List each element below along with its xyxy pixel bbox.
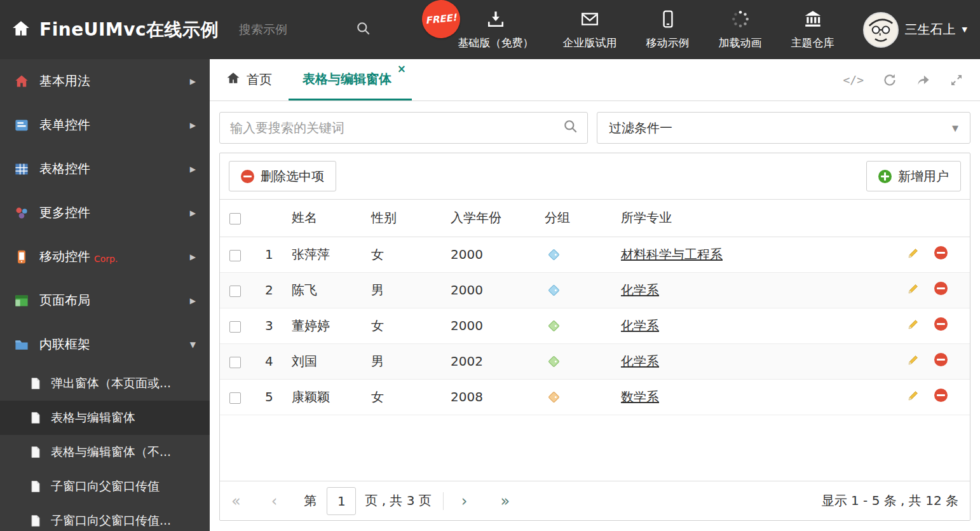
- nav-theme-repo[interactable]: 主题仓库: [777, 10, 849, 50]
- edit-icon[interactable]: [907, 247, 920, 263]
- file-icon: [29, 514, 42, 527]
- nav-mobile-demo[interactable]: 移动示例: [632, 10, 704, 50]
- source-code-icon[interactable]: [843, 73, 864, 86]
- row-checkbox[interactable]: [229, 250, 241, 261]
- sidebar-item-basic-usage[interactable]: 基本用法: [0, 59, 210, 103]
- form-icon: [14, 118, 29, 133]
- prev-page-icon[interactable]: [271, 493, 278, 509]
- pagination-divider: [443, 492, 444, 510]
- mail-icon: [580, 10, 599, 31]
- last-page-icon[interactable]: [500, 493, 510, 509]
- next-page-icon[interactable]: [461, 493, 468, 509]
- keyword-search-input[interactable]: [229, 120, 563, 136]
- sidebar-item-label: 内联框架: [39, 336, 90, 353]
- cell-year: 2000: [441, 308, 535, 343]
- nav-enterprise-trial[interactable]: 企业版试用: [548, 10, 632, 50]
- sidebar-subitem-popup-window[interactable]: 弹出窗体（本页面或...: [0, 366, 210, 401]
- fullscreen-icon[interactable]: [949, 73, 963, 87]
- header-search-input[interactable]: [238, 22, 333, 38]
- filter-dropdown[interactable]: 过滤条件一: [597, 112, 970, 144]
- edit-icon[interactable]: [907, 354, 920, 369]
- sidebar-subitem-child-to-parent[interactable]: 子窗口向父窗口传值: [0, 469, 210, 504]
- chevron-right-icon: [190, 77, 196, 86]
- sidebar-item-page-layout[interactable]: 页面布局: [0, 279, 210, 322]
- edit-icon[interactable]: [907, 390, 920, 405]
- delete-row-icon[interactable]: [934, 282, 948, 295]
- page-number-input[interactable]: [327, 487, 356, 515]
- tab-home[interactable]: 首页: [210, 59, 289, 100]
- col-header-group: 分组: [535, 200, 611, 237]
- refresh-icon[interactable]: [883, 73, 897, 87]
- home-icon: [11, 19, 31, 41]
- edit-icon[interactable]: [907, 319, 920, 334]
- table-row[interactable]: 5 康颖颖 女 2008 数学系: [220, 379, 970, 415]
- tag-icon: [548, 284, 559, 296]
- major-link[interactable]: 化学系: [621, 354, 659, 369]
- cell-name: 刘国: [282, 343, 362, 379]
- page-content: 过滤条件一 删除选中项 新增用户: [210, 101, 980, 531]
- sidebar-subitem-label: 表格与编辑窗体: [51, 410, 135, 426]
- tag-icon: [548, 391, 559, 403]
- col-header-major: 所学专业: [611, 200, 897, 237]
- sidebar-item-label: 移动控件: [39, 248, 90, 265]
- delete-row-icon[interactable]: [934, 389, 948, 402]
- chevron-down-icon: [962, 25, 967, 34]
- sidebar-subitem-table-edit-window[interactable]: 表格与编辑窗体: [0, 401, 210, 435]
- row-checkbox[interactable]: [229, 392, 241, 404]
- sidebar-subitem-label: 子窗口向父窗口传值: [51, 478, 160, 495]
- spinner-icon: [731, 10, 750, 31]
- major-link[interactable]: 数学系: [621, 389, 659, 404]
- major-link[interactable]: 材料科学与工程系: [621, 247, 723, 262]
- nav-loading-animation[interactable]: 加载动画: [704, 10, 777, 50]
- tab-tools: [843, 59, 980, 100]
- sidebar-subitem-child-to-parent-2[interactable]: 子窗口向父窗口传值...: [0, 504, 210, 531]
- sidebar-item-inline-frame[interactable]: 内联框架: [0, 322, 210, 366]
- delete-selected-button[interactable]: 删除选中项: [229, 161, 336, 191]
- first-page-icon[interactable]: [231, 493, 241, 509]
- table-row[interactable]: 1 张萍萍 女 2000 材料科学与工程系: [220, 237, 970, 272]
- folder-icon: [14, 337, 29, 352]
- sidebar-subitem-table-edit-window-2[interactable]: 表格与编辑窗体（不...: [0, 435, 210, 469]
- chevron-right-icon: [190, 165, 196, 174]
- delete-row-icon[interactable]: [934, 246, 948, 259]
- tab-table-edit-window[interactable]: 表格与编辑窗体: [289, 59, 412, 100]
- delete-row-icon[interactable]: [934, 317, 948, 331]
- sidebar-item-mobile-controls[interactable]: 移动控件 Corp.: [0, 235, 210, 279]
- add-user-button[interactable]: 新增用户: [866, 161, 961, 191]
- sidebar-item-more-controls[interactable]: 更多控件: [0, 191, 210, 235]
- edit-icon[interactable]: [907, 283, 920, 298]
- select-all-checkbox[interactable]: [229, 213, 241, 224]
- tag-icon: [548, 320, 559, 331]
- row-checkbox[interactable]: [229, 321, 241, 333]
- table-row[interactable]: 4 刘国 男 2002 化学系: [220, 343, 970, 379]
- col-header-gender: 性别: [362, 200, 441, 237]
- row-number: 1: [255, 237, 282, 272]
- nav-basic-free[interactable]: FREE! 基础版（免费）: [444, 10, 548, 50]
- filter-dropdown-value: 过滤条件一: [609, 120, 672, 137]
- sidebar-item-label: 页面布局: [39, 292, 90, 309]
- brand[interactable]: FineUIMvc在线示例: [11, 18, 219, 42]
- cell-gender: 男: [362, 343, 441, 379]
- row-checkbox[interactable]: [229, 357, 241, 368]
- filter-row: 过滤条件一: [219, 112, 970, 144]
- sidebar-item-table-controls[interactable]: 表格控件: [0, 147, 210, 191]
- cell-name: 张萍萍: [282, 237, 362, 272]
- tab-bar: 首页 表格与编辑窗体: [210, 59, 980, 101]
- sidebar: 基本用法 表单控件 表格控件 更多控件: [0, 59, 210, 531]
- row-checkbox[interactable]: [229, 286, 241, 297]
- major-link[interactable]: 化学系: [621, 318, 659, 333]
- search-icon[interactable]: [356, 21, 371, 39]
- widgets-icon: [14, 205, 29, 221]
- major-link[interactable]: 化学系: [621, 282, 659, 298]
- share-icon[interactable]: [916, 73, 930, 86]
- page-prefix-label: 第: [304, 492, 316, 509]
- search-icon[interactable]: [563, 119, 578, 137]
- user-menu[interactable]: 三生石上: [863, 12, 967, 48]
- table-row[interactable]: 3 董婷婷 女 2000 化学系: [220, 308, 970, 343]
- close-tab-icon[interactable]: [397, 62, 406, 75]
- sidebar-item-form-controls[interactable]: 表单控件: [0, 103, 210, 147]
- nav-label: 移动示例: [646, 36, 690, 50]
- cell-year: 2000: [441, 237, 535, 272]
- table-row[interactable]: 2 陈飞 男 2000 化学系: [220, 272, 970, 308]
- delete-row-icon[interactable]: [934, 353, 948, 366]
